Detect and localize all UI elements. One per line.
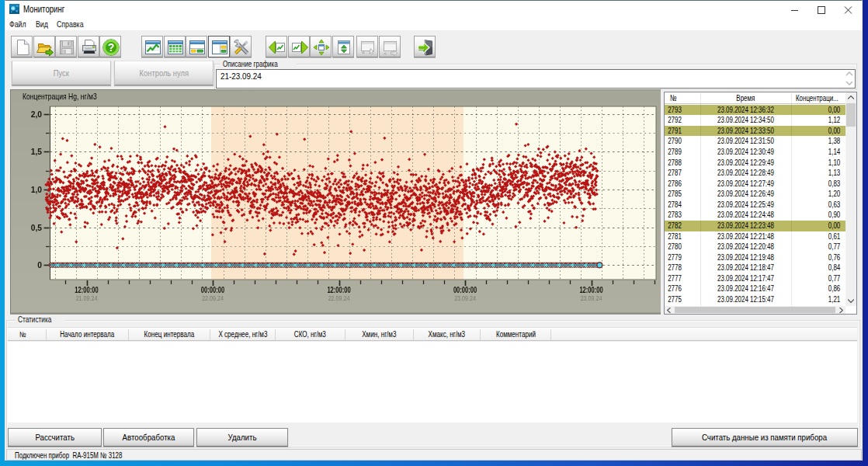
- svg-text:?: ?: [108, 41, 115, 54]
